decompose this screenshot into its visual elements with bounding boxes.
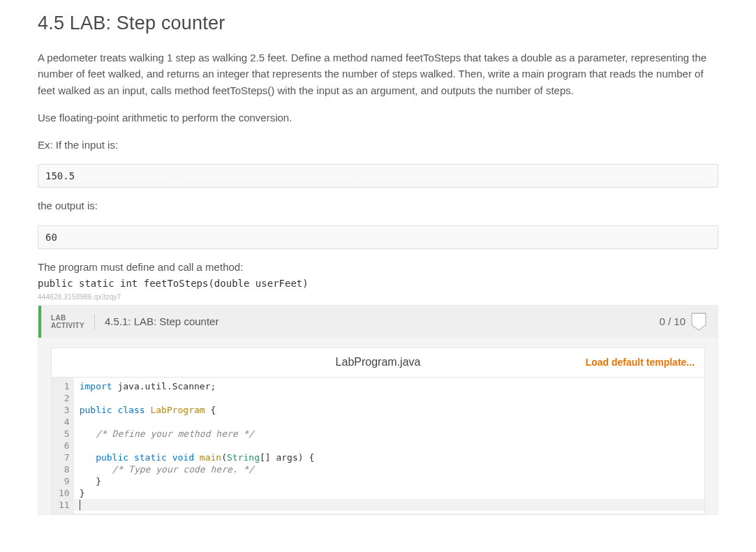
editor-gutter: 1234567891011	[52, 378, 74, 514]
code-line[interactable]: /* Define your method here */	[80, 428, 699, 440]
line-number: 11	[59, 499, 70, 511]
line-number: 5	[59, 428, 70, 440]
load-default-template-link[interactable]: Load default template...	[586, 357, 704, 368]
description-paragraph-1: A pedometer treats walking 1 step as wal…	[38, 50, 718, 98]
line-number: 10	[59, 487, 70, 499]
code-line[interactable]: }	[80, 487, 699, 499]
code-line[interactable]: }	[80, 475, 699, 487]
line-number: 7	[59, 452, 70, 463]
line-number: 9	[59, 475, 70, 487]
lab-label-line1: LAB	[51, 314, 84, 322]
example-output-box: 60	[38, 225, 718, 249]
method-signature: public static int feetToSteps(double use…	[38, 278, 718, 289]
code-line[interactable]	[80, 392, 699, 404]
line-number: 4	[59, 416, 70, 428]
line-number: 1	[59, 380, 70, 392]
lab-activity-block: LAB ACTIVITY 4.5.1: LAB: Step counter 0 …	[38, 305, 718, 515]
example-input-label: Ex: If the input is:	[38, 137, 718, 153]
example-input-box: 150.5	[38, 164, 718, 188]
example-output-label: the output is:	[38, 197, 718, 214]
code-line[interactable]	[80, 440, 699, 452]
editor-code-area[interactable]: import java.util.Scanner; public class L…	[74, 378, 704, 514]
activity-title: 4.5.1: LAB: Step counter	[95, 315, 660, 327]
activity-header: LAB ACTIVITY 4.5.1: LAB: Step counter 0 …	[38, 306, 718, 338]
activity-id: 444628.3158986.qx3zqy7	[38, 293, 718, 301]
line-number: 2	[59, 392, 70, 404]
file-bar: LabProgram.java Load default template...	[51, 348, 705, 377]
code-line[interactable]: import java.util.Scanner;	[80, 380, 699, 392]
code-line[interactable]: public class LabProgram {	[80, 404, 699, 416]
lab-label-line2: ACTIVITY	[51, 322, 84, 329]
lab-activity-label: LAB ACTIVITY	[41, 314, 95, 329]
code-line[interactable]	[80, 499, 699, 511]
code-line[interactable]: /* Type your code here. */	[80, 463, 699, 475]
page-title: 4.5 LAB: Step counter	[38, 13, 718, 34]
code-line[interactable]: public static void main(String[] args) {	[80, 452, 699, 463]
activity-inner: LabProgram.java Load default template...…	[38, 338, 718, 514]
define-call-text: The program must define and call a metho…	[38, 259, 718, 275]
line-number: 3	[59, 404, 70, 416]
description-paragraph-2: Use floating-point arithmetic to perform…	[38, 110, 718, 126]
activity-score: 0 / 10	[659, 315, 685, 327]
line-number: 8	[59, 463, 70, 475]
shield-icon	[691, 313, 706, 331]
line-number: 6	[59, 440, 70, 452]
code-line[interactable]	[80, 416, 699, 428]
code-editor[interactable]: 1234567891011 import java.util.Scanner; …	[51, 377, 705, 514]
